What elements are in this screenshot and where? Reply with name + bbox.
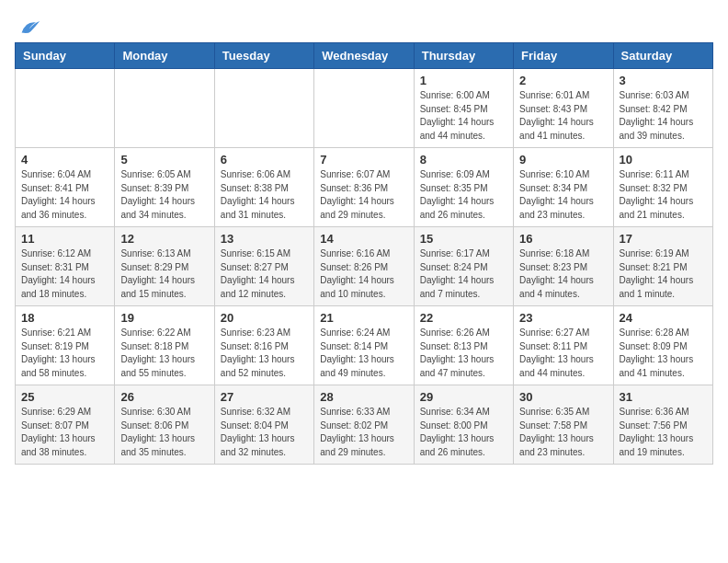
logo — [15, 15, 42, 35]
day-info: Sunrise: 6:29 AM Sunset: 8:07 PM Dayligh… — [21, 406, 108, 459]
calendar-day-cell: 13Sunrise: 6:15 AM Sunset: 8:27 PM Dayli… — [214, 227, 313, 306]
calendar-day-cell: 16Sunrise: 6:18 AM Sunset: 8:23 PM Dayli… — [514, 227, 613, 306]
day-info: Sunrise: 6:04 AM Sunset: 8:41 PM Dayligh… — [21, 168, 108, 222]
day-info: Sunrise: 6:19 AM Sunset: 8:21 PM Dayligh… — [620, 247, 707, 301]
day-number: 21 — [320, 311, 407, 325]
day-number: 20 — [221, 311, 308, 325]
day-number: 9 — [519, 153, 607, 167]
day-number: 1 — [420, 74, 507, 87]
day-number: 15 — [420, 232, 507, 246]
day-info: Sunrise: 6:35 AM Sunset: 7:58 PM Dayligh… — [519, 406, 607, 459]
calendar-day-cell: 12Sunrise: 6:13 AM Sunset: 8:29 PM Dayli… — [115, 227, 214, 306]
calendar-day-cell: 30Sunrise: 6:35 AM Sunset: 7:58 PM Dayli… — [514, 385, 613, 465]
calendar-day-cell: 17Sunrise: 6:19 AM Sunset: 8:21 PM Dayli… — [613, 227, 712, 306]
calendar-day-cell: 23Sunrise: 6:27 AM Sunset: 8:11 PM Dayli… — [514, 306, 613, 385]
calendar-day-cell: 8Sunrise: 6:09 AM Sunset: 8:35 PM Daylig… — [414, 148, 513, 227]
day-info: Sunrise: 6:34 AM Sunset: 8:00 PM Dayligh… — [420, 406, 507, 459]
calendar-day-cell: 15Sunrise: 6:17 AM Sunset: 8:24 PM Dayli… — [414, 227, 513, 306]
day-info: Sunrise: 6:27 AM Sunset: 8:11 PM Dayligh… — [519, 327, 607, 380]
day-number: 28 — [320, 390, 407, 404]
calendar-day-cell: 25Sunrise: 6:29 AM Sunset: 8:07 PM Dayli… — [16, 385, 115, 465]
day-of-week-header: Thursday — [414, 43, 513, 69]
calendar-day-cell: 21Sunrise: 6:24 AM Sunset: 8:14 PM Dayli… — [314, 306, 414, 385]
day-info: Sunrise: 6:15 AM Sunset: 8:27 PM Dayligh… — [221, 247, 308, 301]
calendar-day-cell: 29Sunrise: 6:34 AM Sunset: 8:00 PM Dayli… — [414, 385, 513, 465]
day-info: Sunrise: 6:00 AM Sunset: 8:45 PM Dayligh… — [420, 89, 507, 143]
calendar-day-cell: 5Sunrise: 6:05 AM Sunset: 8:39 PM Daylig… — [115, 148, 214, 227]
day-info: Sunrise: 6:17 AM Sunset: 8:24 PM Dayligh… — [420, 247, 507, 301]
calendar-day-cell — [16, 69, 115, 148]
day-of-week-header: Saturday — [613, 43, 712, 69]
day-info: Sunrise: 6:18 AM Sunset: 8:23 PM Dayligh… — [519, 247, 607, 301]
day-number: 23 — [519, 311, 607, 325]
day-number: 16 — [519, 232, 607, 246]
calendar-day-cell: 20Sunrise: 6:23 AM Sunset: 8:16 PM Dayli… — [214, 306, 313, 385]
calendar-table: SundayMondayTuesdayWednesdayThursdayFrid… — [15, 42, 713, 465]
day-of-week-header: Tuesday — [214, 43, 313, 69]
calendar-day-cell: 24Sunrise: 6:28 AM Sunset: 8:09 PM Dayli… — [613, 306, 712, 385]
day-info: Sunrise: 6:11 AM Sunset: 8:32 PM Dayligh… — [620, 168, 707, 222]
calendar-day-cell: 4Sunrise: 6:04 AM Sunset: 8:41 PM Daylig… — [16, 148, 115, 227]
day-info: Sunrise: 6:22 AM Sunset: 8:18 PM Dayligh… — [120, 327, 208, 380]
day-number: 31 — [620, 390, 707, 404]
calendar-day-cell: 11Sunrise: 6:12 AM Sunset: 8:31 PM Dayli… — [16, 227, 115, 306]
calendar-week-row: 18Sunrise: 6:21 AM Sunset: 8:19 PM Dayli… — [16, 306, 713, 385]
day-info: Sunrise: 6:33 AM Sunset: 8:02 PM Dayligh… — [320, 406, 407, 459]
calendar-day-cell — [214, 69, 313, 148]
day-info: Sunrise: 6:10 AM Sunset: 8:34 PM Dayligh… — [519, 168, 607, 222]
day-number: 30 — [519, 390, 607, 404]
day-number: 5 — [120, 153, 208, 167]
day-info: Sunrise: 6:03 AM Sunset: 8:42 PM Dayligh… — [620, 89, 707, 143]
day-info: Sunrise: 6:05 AM Sunset: 8:39 PM Dayligh… — [120, 168, 208, 222]
day-number: 7 — [320, 153, 407, 167]
day-of-week-header: Monday — [115, 43, 214, 69]
day-number: 19 — [120, 311, 208, 325]
calendar-day-cell: 2Sunrise: 6:01 AM Sunset: 8:43 PM Daylig… — [514, 69, 613, 148]
day-number: 6 — [221, 153, 308, 167]
calendar-day-cell: 31Sunrise: 6:36 AM Sunset: 7:56 PM Dayli… — [613, 385, 712, 465]
calendar-day-cell — [314, 69, 414, 148]
day-number: 14 — [320, 232, 407, 246]
page-header — [15, 15, 713, 35]
day-number: 26 — [120, 390, 208, 404]
calendar-week-row: 1Sunrise: 6:00 AM Sunset: 8:45 PM Daylig… — [16, 69, 713, 148]
calendar-week-row: 25Sunrise: 6:29 AM Sunset: 8:07 PM Dayli… — [16, 385, 713, 465]
day-info: Sunrise: 6:30 AM Sunset: 8:06 PM Dayligh… — [120, 406, 208, 459]
day-number: 11 — [21, 232, 108, 246]
day-number: 24 — [620, 311, 707, 325]
day-info: Sunrise: 6:12 AM Sunset: 8:31 PM Dayligh… — [21, 247, 108, 301]
calendar-day-cell: 19Sunrise: 6:22 AM Sunset: 8:18 PM Dayli… — [115, 306, 214, 385]
calendar-day-cell: 26Sunrise: 6:30 AM Sunset: 8:06 PM Dayli… — [115, 385, 214, 465]
day-info: Sunrise: 6:36 AM Sunset: 7:56 PM Dayligh… — [620, 406, 707, 459]
calendar-day-cell: 7Sunrise: 6:07 AM Sunset: 8:36 PM Daylig… — [314, 148, 414, 227]
calendar-day-cell: 28Sunrise: 6:33 AM Sunset: 8:02 PM Dayli… — [314, 385, 414, 465]
calendar-day-cell: 27Sunrise: 6:32 AM Sunset: 8:04 PM Dayli… — [214, 385, 313, 465]
calendar-day-cell: 22Sunrise: 6:26 AM Sunset: 8:13 PM Dayli… — [414, 306, 513, 385]
calendar-day-cell: 9Sunrise: 6:10 AM Sunset: 8:34 PM Daylig… — [514, 148, 613, 227]
day-info: Sunrise: 6:06 AM Sunset: 8:38 PM Dayligh… — [221, 168, 308, 222]
day-number: 18 — [21, 311, 108, 325]
calendar-day-cell — [115, 69, 214, 148]
calendar-week-row: 11Sunrise: 6:12 AM Sunset: 8:31 PM Dayli… — [16, 227, 713, 306]
day-info: Sunrise: 6:28 AM Sunset: 8:09 PM Dayligh… — [620, 327, 707, 380]
calendar-day-cell: 18Sunrise: 6:21 AM Sunset: 8:19 PM Dayli… — [16, 306, 115, 385]
day-number: 22 — [420, 311, 507, 325]
calendar-week-row: 4Sunrise: 6:04 AM Sunset: 8:41 PM Daylig… — [16, 148, 713, 227]
day-info: Sunrise: 6:21 AM Sunset: 8:19 PM Dayligh… — [21, 327, 108, 380]
day-info: Sunrise: 6:23 AM Sunset: 8:16 PM Dayligh… — [221, 327, 308, 380]
calendar-day-cell: 1Sunrise: 6:00 AM Sunset: 8:45 PM Daylig… — [414, 69, 513, 148]
calendar-day-cell: 6Sunrise: 6:06 AM Sunset: 8:38 PM Daylig… — [214, 148, 313, 227]
day-number: 25 — [21, 390, 108, 404]
day-number: 8 — [420, 153, 507, 167]
day-info: Sunrise: 6:24 AM Sunset: 8:14 PM Dayligh… — [320, 327, 407, 380]
day-of-week-header: Wednesday — [314, 43, 414, 69]
day-number: 29 — [420, 390, 507, 404]
day-info: Sunrise: 6:01 AM Sunset: 8:43 PM Dayligh… — [519, 89, 607, 143]
day-number: 10 — [620, 153, 707, 167]
day-info: Sunrise: 6:07 AM Sunset: 8:36 PM Dayligh… — [320, 168, 407, 222]
day-info: Sunrise: 6:32 AM Sunset: 8:04 PM Dayligh… — [221, 406, 308, 459]
day-info: Sunrise: 6:09 AM Sunset: 8:35 PM Dayligh… — [420, 168, 507, 222]
day-info: Sunrise: 6:26 AM Sunset: 8:13 PM Dayligh… — [420, 327, 507, 380]
day-number: 4 — [21, 153, 108, 167]
day-number: 3 — [620, 74, 707, 87]
